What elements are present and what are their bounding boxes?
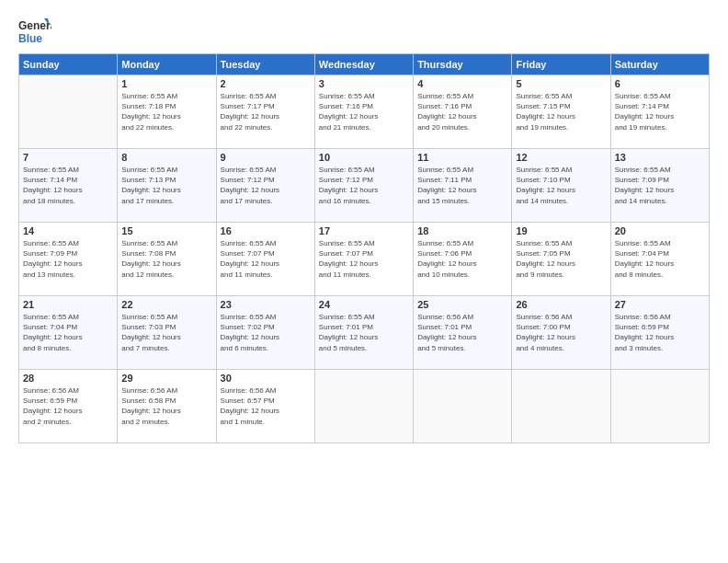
day-number: 25 [417, 299, 507, 310]
cell-3-1: 14Sunrise: 6:55 AM Sunset: 7:09 PM Dayli… [19, 223, 118, 296]
cell-3-7: 20Sunrise: 6:55 AM Sunset: 7:04 PM Dayli… [610, 223, 709, 296]
day-info: Sunrise: 6:55 AM Sunset: 7:09 PM Dayligh… [615, 165, 705, 206]
col-header-friday: Friday [512, 54, 610, 75]
header-row: SundayMondayTuesdayWednesdayThursdayFrid… [19, 54, 710, 75]
day-info: Sunrise: 6:55 AM Sunset: 7:08 PM Dayligh… [121, 238, 211, 280]
day-number: 11 [417, 152, 507, 163]
cell-4-6: 26Sunrise: 6:56 AM Sunset: 7:00 PM Dayli… [512, 296, 610, 370]
cell-1-7: 6Sunrise: 6:55 AM Sunset: 7:14 PM Daylig… [610, 75, 709, 149]
cell-4-3: 23Sunrise: 6:55 AM Sunset: 7:02 PM Dayli… [216, 296, 314, 370]
day-number: 12 [516, 152, 606, 163]
col-header-sunday: Sunday [19, 54, 118, 75]
day-info: Sunrise: 6:55 AM Sunset: 7:09 PM Dayligh… [23, 238, 113, 280]
day-info: Sunrise: 6:56 AM Sunset: 7:00 PM Dayligh… [516, 312, 606, 353]
day-number: 1 [121, 78, 211, 89]
day-info: Sunrise: 6:55 AM Sunset: 7:17 PM Dayligh… [221, 91, 311, 132]
page: General Blue SundayMondayTuesdayWednesda… [0, 0, 728, 563]
cell-2-3: 9Sunrise: 6:55 AM Sunset: 7:12 PM Daylig… [216, 149, 314, 223]
day-number: 2 [221, 78, 311, 89]
cell-3-4: 17Sunrise: 6:55 AM Sunset: 7:07 PM Dayli… [314, 223, 413, 296]
cell-3-5: 18Sunrise: 6:55 AM Sunset: 7:06 PM Dayli… [414, 223, 512, 296]
header: General Blue [18, 17, 710, 46]
day-info: Sunrise: 6:55 AM Sunset: 7:16 PM Dayligh… [319, 91, 409, 132]
week-row-1: 1Sunrise: 6:55 AM Sunset: 7:18 PM Daylig… [19, 75, 710, 149]
cell-3-2: 15Sunrise: 6:55 AM Sunset: 7:08 PM Dayli… [118, 223, 216, 296]
day-info: Sunrise: 6:55 AM Sunset: 7:18 PM Dayligh… [121, 91, 211, 132]
day-number: 13 [615, 152, 705, 163]
day-number: 14 [23, 225, 113, 236]
day-number: 4 [417, 78, 507, 89]
cell-5-6 [512, 370, 610, 443]
day-number: 6 [615, 78, 705, 89]
col-header-wednesday: Wednesday [314, 54, 413, 75]
day-info: Sunrise: 6:55 AM Sunset: 7:15 PM Dayligh… [516, 91, 606, 132]
cell-1-6: 5Sunrise: 6:55 AM Sunset: 7:15 PM Daylig… [512, 75, 610, 149]
cell-4-7: 27Sunrise: 6:56 AM Sunset: 6:59 PM Dayli… [610, 296, 709, 370]
day-number: 8 [121, 152, 211, 163]
day-info: Sunrise: 6:55 AM Sunset: 7:05 PM Dayligh… [516, 238, 606, 280]
week-row-4: 21Sunrise: 6:55 AM Sunset: 7:04 PM Dayli… [19, 296, 710, 370]
cell-5-4 [314, 370, 413, 443]
day-info: Sunrise: 6:56 AM Sunset: 6:57 PM Dayligh… [221, 385, 311, 427]
day-info: Sunrise: 6:55 AM Sunset: 7:07 PM Dayligh… [221, 238, 311, 280]
day-number: 17 [319, 225, 409, 236]
day-info: Sunrise: 6:56 AM Sunset: 6:58 PM Dayligh… [121, 385, 211, 427]
day-info: Sunrise: 6:55 AM Sunset: 7:12 PM Dayligh… [221, 165, 311, 206]
cell-5-7 [610, 370, 709, 443]
cell-2-4: 10Sunrise: 6:55 AM Sunset: 7:12 PM Dayli… [314, 149, 413, 223]
day-info: Sunrise: 6:56 AM Sunset: 7:01 PM Dayligh… [417, 312, 507, 353]
cell-2-7: 13Sunrise: 6:55 AM Sunset: 7:09 PM Dayli… [610, 149, 709, 223]
day-number: 9 [221, 152, 311, 163]
cell-2-6: 12Sunrise: 6:55 AM Sunset: 7:10 PM Dayli… [512, 149, 610, 223]
day-info: Sunrise: 6:55 AM Sunset: 7:04 PM Dayligh… [23, 312, 113, 353]
cell-4-1: 21Sunrise: 6:55 AM Sunset: 7:04 PM Dayli… [19, 296, 118, 370]
day-number: 30 [221, 373, 311, 384]
cell-2-5: 11Sunrise: 6:55 AM Sunset: 7:11 PM Dayli… [414, 149, 512, 223]
day-number: 23 [221, 299, 311, 310]
day-number: 5 [516, 78, 606, 89]
day-number: 16 [221, 225, 311, 236]
day-number: 15 [121, 225, 211, 236]
day-info: Sunrise: 6:56 AM Sunset: 6:59 PM Dayligh… [615, 312, 705, 353]
day-info: Sunrise: 6:55 AM Sunset: 7:06 PM Dayligh… [417, 238, 507, 280]
day-number: 26 [516, 299, 606, 310]
day-info: Sunrise: 6:55 AM Sunset: 7:01 PM Dayligh… [319, 312, 409, 353]
day-number: 29 [121, 373, 211, 384]
cell-1-4: 3Sunrise: 6:55 AM Sunset: 7:16 PM Daylig… [314, 75, 413, 149]
calendar-table: SundayMondayTuesdayWednesdayThursdayFrid… [18, 53, 710, 443]
cell-3-3: 16Sunrise: 6:55 AM Sunset: 7:07 PM Dayli… [216, 223, 314, 296]
day-number: 7 [23, 152, 113, 163]
day-number: 18 [417, 225, 507, 236]
cell-5-2: 29Sunrise: 6:56 AM Sunset: 6:58 PM Dayli… [118, 370, 216, 443]
cell-1-3: 2Sunrise: 6:55 AM Sunset: 7:17 PM Daylig… [216, 75, 314, 149]
day-info: Sunrise: 6:55 AM Sunset: 7:11 PM Dayligh… [417, 165, 507, 206]
day-number: 3 [319, 78, 409, 89]
day-number: 28 [23, 373, 113, 384]
day-info: Sunrise: 6:55 AM Sunset: 7:02 PM Dayligh… [221, 312, 311, 353]
day-info: Sunrise: 6:55 AM Sunset: 7:16 PM Dayligh… [417, 91, 507, 132]
cell-2-2: 8Sunrise: 6:55 AM Sunset: 7:13 PM Daylig… [118, 149, 216, 223]
week-row-5: 28Sunrise: 6:56 AM Sunset: 6:59 PM Dayli… [19, 370, 710, 443]
day-number: 10 [319, 152, 409, 163]
cell-5-1: 28Sunrise: 6:56 AM Sunset: 6:59 PM Dayli… [19, 370, 118, 443]
day-number: 22 [121, 299, 211, 310]
day-number: 27 [615, 299, 705, 310]
cell-2-1: 7Sunrise: 6:55 AM Sunset: 7:14 PM Daylig… [19, 149, 118, 223]
col-header-tuesday: Tuesday [216, 54, 314, 75]
cell-1-5: 4Sunrise: 6:55 AM Sunset: 7:16 PM Daylig… [414, 75, 512, 149]
cell-5-5 [414, 370, 512, 443]
day-info: Sunrise: 6:55 AM Sunset: 7:03 PM Dayligh… [121, 312, 211, 353]
cell-1-2: 1Sunrise: 6:55 AM Sunset: 7:18 PM Daylig… [118, 75, 216, 149]
day-info: Sunrise: 6:55 AM Sunset: 7:12 PM Dayligh… [319, 165, 409, 206]
cell-4-2: 22Sunrise: 6:55 AM Sunset: 7:03 PM Dayli… [118, 296, 216, 370]
logo-svg: General Blue [18, 17, 51, 46]
day-number: 24 [319, 299, 409, 310]
day-info: Sunrise: 6:55 AM Sunset: 7:10 PM Dayligh… [516, 165, 606, 206]
col-header-thursday: Thursday [414, 54, 512, 75]
day-number: 21 [23, 299, 113, 310]
cell-3-6: 19Sunrise: 6:55 AM Sunset: 7:05 PM Dayli… [512, 223, 610, 296]
cell-5-3: 30Sunrise: 6:56 AM Sunset: 6:57 PM Dayli… [216, 370, 314, 443]
col-header-monday: Monday [118, 54, 216, 75]
week-row-2: 7Sunrise: 6:55 AM Sunset: 7:14 PM Daylig… [19, 149, 710, 223]
cell-4-5: 25Sunrise: 6:56 AM Sunset: 7:01 PM Dayli… [414, 296, 512, 370]
